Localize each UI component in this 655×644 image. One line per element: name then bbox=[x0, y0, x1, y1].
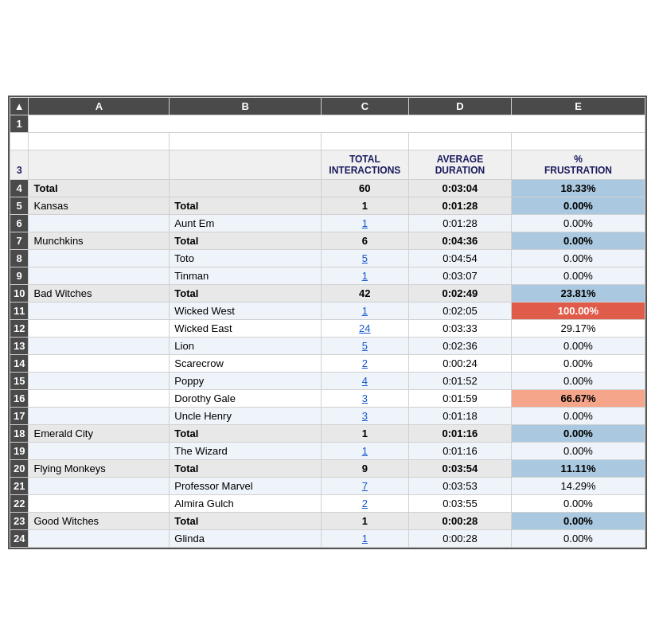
pct-frustration: 100.00% bbox=[512, 302, 645, 319]
avg-duration: 0:02:05 bbox=[408, 302, 511, 319]
pct-frustration: 0.00% bbox=[512, 424, 645, 442]
pct-frustration: 0.00% bbox=[512, 214, 645, 232]
agent-name: Wicked East bbox=[170, 319, 321, 337]
row-num-4: 4 bbox=[10, 179, 29, 197]
agent-name: Tinman bbox=[170, 267, 321, 284]
pct-frustration: 0.00% bbox=[512, 494, 645, 512]
avg-duration: 0:01:16 bbox=[408, 442, 511, 459]
row-num-10: 10 bbox=[10, 284, 29, 302]
agent-name: Toto bbox=[170, 249, 321, 267]
row-num-14: 14 bbox=[10, 354, 29, 372]
pct-frustration: 0.00% bbox=[512, 407, 645, 424]
row-num-13: 13 bbox=[10, 337, 29, 354]
team-name: Flying Monkeys bbox=[29, 459, 170, 477]
team-name bbox=[29, 302, 170, 319]
row-num-17: 17 bbox=[10, 407, 29, 424]
header-pct-frustration: %FRUSTRATION bbox=[512, 150, 645, 179]
agent-name: Dorothy Gale bbox=[170, 389, 321, 407]
interactions[interactable]: 3 bbox=[321, 389, 408, 407]
pct-frustration: 18.33% bbox=[512, 179, 645, 197]
header-agent-name bbox=[170, 150, 321, 179]
agent-name: Total bbox=[170, 424, 321, 442]
interactions[interactable]: 3 bbox=[321, 407, 408, 424]
interactions[interactable]: 5 bbox=[321, 249, 408, 267]
agent-name: Scarecrow bbox=[170, 354, 321, 372]
agent-name: Poppy bbox=[170, 372, 321, 389]
agent-name bbox=[170, 179, 321, 197]
team-name bbox=[29, 337, 170, 354]
team-name bbox=[29, 494, 170, 512]
team-name bbox=[29, 407, 170, 424]
empty-row-2: 2 bbox=[10, 132, 645, 150]
interactions[interactable]: 1 bbox=[321, 442, 408, 459]
team-name: Bad Witches bbox=[29, 284, 170, 302]
interactions[interactable]: 7 bbox=[321, 477, 408, 494]
interactions: 9 bbox=[321, 459, 408, 477]
col-e-header: E bbox=[512, 97, 645, 115]
page-title bbox=[29, 115, 645, 132]
avg-duration: 0:00:28 bbox=[408, 512, 511, 529]
row-num-11: 11 bbox=[10, 302, 29, 319]
team-name bbox=[29, 319, 170, 337]
pct-frustration: 23.81% bbox=[512, 284, 645, 302]
row-num-7: 7 bbox=[10, 232, 29, 249]
avg-duration: 0:01:28 bbox=[408, 214, 511, 232]
avg-duration: 0:01:16 bbox=[408, 424, 511, 442]
interactions[interactable]: 1 bbox=[321, 214, 408, 232]
title-row: 1 bbox=[10, 115, 645, 132]
pct-frustration: 29.17% bbox=[512, 319, 645, 337]
row-num-20: 20 bbox=[10, 459, 29, 477]
team-name: Total bbox=[29, 179, 170, 197]
team-name bbox=[29, 354, 170, 372]
team-name: Munchkins bbox=[29, 232, 170, 249]
interactions[interactable]: 2 bbox=[321, 494, 408, 512]
pct-frustration: 0.00% bbox=[512, 354, 645, 372]
team-name bbox=[29, 214, 170, 232]
agent-name: Total bbox=[170, 197, 321, 214]
avg-duration: 0:02:49 bbox=[408, 284, 511, 302]
team-name bbox=[29, 249, 170, 267]
avg-duration: 0:01:59 bbox=[408, 389, 511, 407]
interactions[interactable]: 5 bbox=[321, 337, 408, 354]
row-num-3: 3 bbox=[10, 150, 29, 179]
spreadsheet: ▲ A B C D E 1 2 3 T bbox=[8, 96, 647, 549]
interactions: 1 bbox=[321, 197, 408, 214]
corner-header: ▲ bbox=[10, 97, 29, 115]
avg-duration: 0:01:28 bbox=[408, 197, 511, 214]
row-num-8: 8 bbox=[10, 249, 29, 267]
avg-duration: 0:04:54 bbox=[408, 249, 511, 267]
avg-duration: 0:03:33 bbox=[408, 319, 511, 337]
interactions[interactable]: 24 bbox=[321, 319, 408, 337]
avg-duration: 0:00:28 bbox=[408, 529, 511, 547]
team-name bbox=[29, 372, 170, 389]
pct-frustration: 14.29% bbox=[512, 477, 645, 494]
interactions[interactable]: 1 bbox=[321, 529, 408, 547]
agent-name: The Wizard bbox=[170, 442, 321, 459]
pct-frustration: 0.00% bbox=[512, 372, 645, 389]
row-num-22: 22 bbox=[10, 494, 29, 512]
row-num-15: 15 bbox=[10, 372, 29, 389]
interactions[interactable]: 4 bbox=[321, 372, 408, 389]
agent-name: Aunt Em bbox=[170, 214, 321, 232]
pct-frustration: 0.00% bbox=[512, 197, 645, 214]
agent-name: Total bbox=[170, 232, 321, 249]
row-num-1: 1 bbox=[10, 115, 29, 132]
interactions[interactable]: 2 bbox=[321, 354, 408, 372]
pct-frustration: 0.00% bbox=[512, 512, 645, 529]
team-name: Good Witches bbox=[29, 512, 170, 529]
interactions: 1 bbox=[321, 424, 408, 442]
interactions[interactable]: 1 bbox=[321, 267, 408, 284]
interactions[interactable]: 1 bbox=[321, 302, 408, 319]
interactions: 42 bbox=[321, 284, 408, 302]
col-c-header: C bbox=[321, 97, 408, 115]
col-d-header: D bbox=[408, 97, 511, 115]
agent-name: Total bbox=[170, 459, 321, 477]
team-name bbox=[29, 267, 170, 284]
team-name: Kansas bbox=[29, 197, 170, 214]
avg-duration: 0:03:04 bbox=[408, 179, 511, 197]
avg-duration: 0:03:07 bbox=[408, 267, 511, 284]
agent-name: Total bbox=[170, 512, 321, 529]
row-num-21: 21 bbox=[10, 477, 29, 494]
avg-duration: 0:01:52 bbox=[408, 372, 511, 389]
avg-duration: 0:01:18 bbox=[408, 407, 511, 424]
